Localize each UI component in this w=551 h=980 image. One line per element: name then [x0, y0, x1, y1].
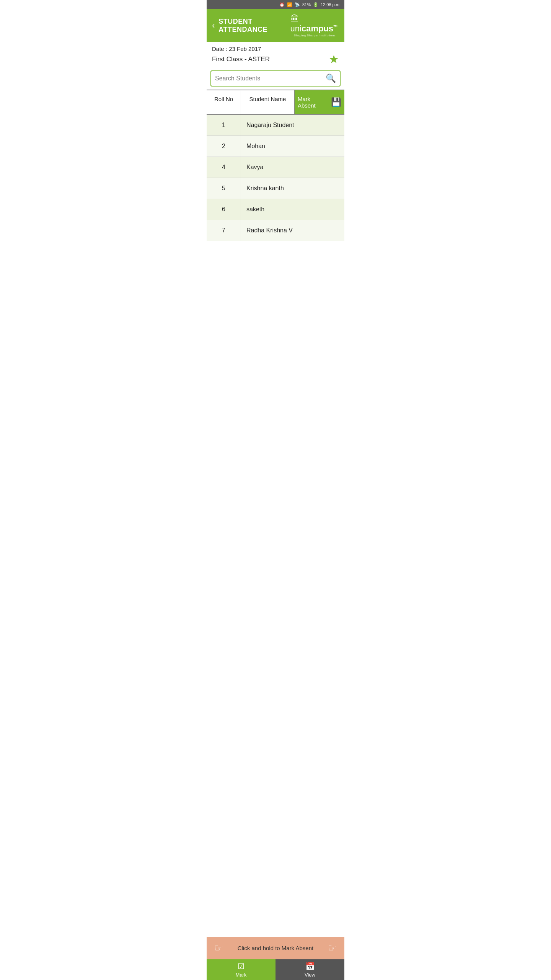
table-row[interactable]: 6 saketh: [207, 199, 344, 220]
logo-tagline: Shaping Sharper Institutions: [294, 34, 336, 37]
header-mark-absent[interactable]: Mark Absent 💾: [295, 90, 344, 114]
bottom-nav: ☑ Mark 📅 View: [207, 959, 344, 980]
battery-icon: 🔋: [313, 2, 318, 7]
row-student-name: Radha Krishna V: [241, 220, 344, 241]
logo: 🏛unicampus™ Shaping Sharper Institutions: [290, 14, 339, 37]
row-student-name: saketh: [241, 199, 344, 220]
row-rollno: 6: [207, 199, 241, 220]
header-left: ‹ STUDENT ATTENDANCE: [212, 18, 290, 34]
nav-tab-view[interactable]: 📅 View: [276, 959, 344, 980]
view-tab-label: View: [305, 972, 315, 978]
table-header: Roll No Student Name Mark Absent 💾: [207, 90, 344, 115]
class-label: First Class - ASTER: [212, 56, 270, 63]
mark-absent-label: Mark Absent: [298, 96, 328, 109]
battery-level: 81%: [302, 2, 311, 7]
header-title: STUDENT ATTENDANCE: [218, 18, 290, 34]
wifi-icon: 📶: [287, 2, 292, 7]
signal-icon: 📡: [295, 2, 300, 7]
star-icon[interactable]: ★: [329, 54, 339, 65]
row-rollno: 4: [207, 157, 241, 178]
nav-tab-mark[interactable]: ☑ Mark: [207, 959, 276, 980]
logo-campus: campus: [302, 24, 333, 33]
row-student-name: Krishna kanth: [241, 178, 344, 199]
table-row[interactable]: 4 Kavya: [207, 157, 344, 178]
mark-tab-label: Mark: [236, 972, 247, 978]
logo-uni: uni: [290, 24, 302, 33]
mark-tab-icon: ☑: [238, 962, 245, 971]
back-button[interactable]: ‹: [212, 21, 215, 31]
logo-text: 🏛unicampus™: [290, 14, 339, 34]
table-row[interactable]: 2 Mohan: [207, 136, 344, 157]
row-student-name: Mohan: [241, 136, 344, 157]
class-row: First Class - ASTER ★: [212, 54, 339, 65]
hand-right-icon: ☞: [328, 942, 337, 954]
view-tab-icon: 📅: [305, 962, 315, 971]
logo-icon: 🏛: [290, 14, 299, 24]
student-table: Roll No Student Name Mark Absent 💾 1 Nag…: [207, 90, 344, 241]
search-box: 🔍: [210, 70, 341, 87]
row-student-name: Nagaraju Student: [241, 115, 344, 136]
info-section: Date : 23 Feb 2017 First Class - ASTER ★: [207, 42, 344, 67]
row-student-name: Kavya: [241, 157, 344, 178]
table-row[interactable]: 5 Krishna kanth: [207, 178, 344, 199]
row-rollno: 5: [207, 178, 241, 199]
row-rollno: 2: [207, 136, 241, 157]
row-rollno: 7: [207, 220, 241, 241]
table-row[interactable]: 1 Nagaraju Student: [207, 115, 344, 136]
header-student-name: Student Name: [241, 90, 295, 114]
alarm-icon: ⏰: [279, 2, 285, 7]
search-icon[interactable]: 🔍: [326, 74, 336, 83]
hand-left-icon: ☞: [214, 942, 223, 954]
search-container: 🔍: [207, 67, 344, 90]
hint-bar: ☞ Click and hold to Mark Absent ☞: [207, 937, 344, 959]
search-input[interactable]: [215, 75, 326, 82]
date-label: Date : 23 Feb 2017: [212, 46, 339, 52]
table-row[interactable]: 7 Radha Krishna V: [207, 220, 344, 241]
row-rollno: 1: [207, 115, 241, 136]
header-rollno: Roll No: [207, 90, 241, 114]
hint-text: Click and hold to Mark Absent: [223, 945, 328, 951]
main-content: Date : 23 Feb 2017 First Class - ASTER ★…: [207, 42, 344, 287]
status-bar: ⏰ 📶 📡 81% 🔋 12:08 p.m.: [207, 0, 344, 9]
app-header: ‹ STUDENT ATTENDANCE 🏛unicampus™ Shaping…: [207, 9, 344, 42]
save-icon: 💾: [331, 97, 341, 107]
status-time: 12:08 p.m.: [321, 2, 341, 7]
